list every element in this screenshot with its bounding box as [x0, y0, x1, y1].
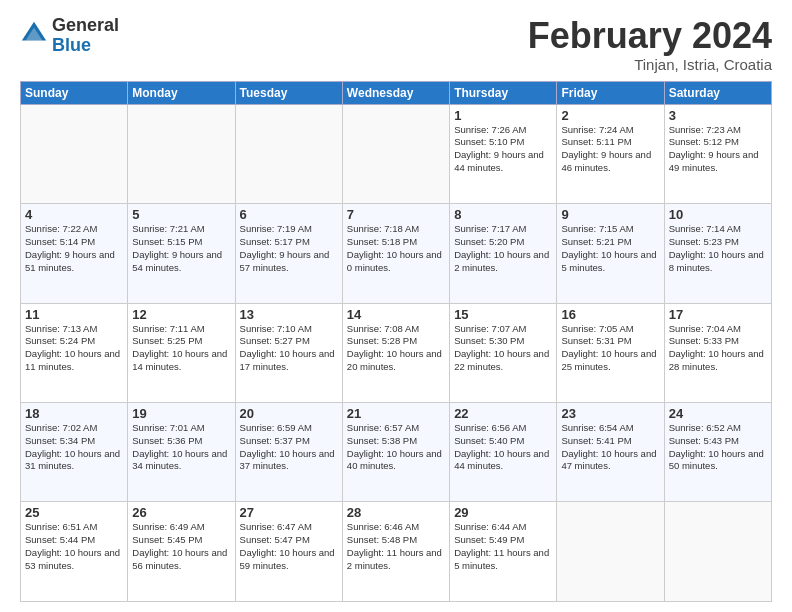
- calendar-cell: 21Sunrise: 6:57 AMSunset: 5:38 PMDayligh…: [342, 403, 449, 502]
- calendar: Sunday Monday Tuesday Wednesday Thursday…: [20, 81, 772, 602]
- calendar-cell: 2Sunrise: 7:24 AMSunset: 5:11 PMDaylight…: [557, 104, 664, 203]
- month-title: February 2024: [528, 16, 772, 56]
- calendar-week-1: 1Sunrise: 7:26 AMSunset: 5:10 PMDaylight…: [21, 104, 772, 203]
- day-info: Sunrise: 7:13 AMSunset: 5:24 PMDaylight:…: [25, 323, 123, 374]
- calendar-week-4: 18Sunrise: 7:02 AMSunset: 5:34 PMDayligh…: [21, 403, 772, 502]
- calendar-cell: 8Sunrise: 7:17 AMSunset: 5:20 PMDaylight…: [450, 204, 557, 303]
- calendar-cell: 12Sunrise: 7:11 AMSunset: 5:25 PMDayligh…: [128, 303, 235, 402]
- calendar-week-3: 11Sunrise: 7:13 AMSunset: 5:24 PMDayligh…: [21, 303, 772, 402]
- day-info: Sunrise: 7:19 AMSunset: 5:17 PMDaylight:…: [240, 223, 338, 274]
- day-info: Sunrise: 7:22 AMSunset: 5:14 PMDaylight:…: [25, 223, 123, 274]
- day-number: 3: [669, 108, 767, 123]
- header-saturday: Saturday: [664, 81, 771, 104]
- calendar-cell: 14Sunrise: 7:08 AMSunset: 5:28 PMDayligh…: [342, 303, 449, 402]
- calendar-cell: 24Sunrise: 6:52 AMSunset: 5:43 PMDayligh…: [664, 403, 771, 502]
- day-info: Sunrise: 6:47 AMSunset: 5:47 PMDaylight:…: [240, 521, 338, 572]
- calendar-cell: [342, 104, 449, 203]
- day-info: Sunrise: 7:23 AMSunset: 5:12 PMDaylight:…: [669, 124, 767, 175]
- day-number: 6: [240, 207, 338, 222]
- calendar-cell: 15Sunrise: 7:07 AMSunset: 5:30 PMDayligh…: [450, 303, 557, 402]
- day-info: Sunrise: 6:57 AMSunset: 5:38 PMDaylight:…: [347, 422, 445, 473]
- day-number: 23: [561, 406, 659, 421]
- calendar-cell: [128, 104, 235, 203]
- day-number: 17: [669, 307, 767, 322]
- header-tuesday: Tuesday: [235, 81, 342, 104]
- calendar-cell: 4Sunrise: 7:22 AMSunset: 5:14 PMDaylight…: [21, 204, 128, 303]
- day-info: Sunrise: 7:14 AMSunset: 5:23 PMDaylight:…: [669, 223, 767, 274]
- day-info: Sunrise: 6:56 AMSunset: 5:40 PMDaylight:…: [454, 422, 552, 473]
- calendar-cell: 10Sunrise: 7:14 AMSunset: 5:23 PMDayligh…: [664, 204, 771, 303]
- weekday-header-row: Sunday Monday Tuesday Wednesday Thursday…: [21, 81, 772, 104]
- header-friday: Friday: [557, 81, 664, 104]
- day-number: 25: [25, 505, 123, 520]
- header-wednesday: Wednesday: [342, 81, 449, 104]
- day-info: Sunrise: 7:26 AMSunset: 5:10 PMDaylight:…: [454, 124, 552, 175]
- day-number: 18: [25, 406, 123, 421]
- day-number: 26: [132, 505, 230, 520]
- logo-icon: [20, 20, 48, 48]
- day-number: 13: [240, 307, 338, 322]
- day-number: 5: [132, 207, 230, 222]
- calendar-cell: 6Sunrise: 7:19 AMSunset: 5:17 PMDaylight…: [235, 204, 342, 303]
- calendar-cell: 26Sunrise: 6:49 AMSunset: 5:45 PMDayligh…: [128, 502, 235, 602]
- day-info: Sunrise: 7:21 AMSunset: 5:15 PMDaylight:…: [132, 223, 230, 274]
- day-info: Sunrise: 6:54 AMSunset: 5:41 PMDaylight:…: [561, 422, 659, 473]
- title-block: February 2024 Tinjan, Istria, Croatia: [528, 16, 772, 73]
- day-number: 12: [132, 307, 230, 322]
- calendar-cell: 7Sunrise: 7:18 AMSunset: 5:18 PMDaylight…: [342, 204, 449, 303]
- day-info: Sunrise: 7:07 AMSunset: 5:30 PMDaylight:…: [454, 323, 552, 374]
- day-info: Sunrise: 7:01 AMSunset: 5:36 PMDaylight:…: [132, 422, 230, 473]
- day-info: Sunrise: 7:18 AMSunset: 5:18 PMDaylight:…: [347, 223, 445, 274]
- day-number: 20: [240, 406, 338, 421]
- day-number: 8: [454, 207, 552, 222]
- day-number: 24: [669, 406, 767, 421]
- calendar-cell: 27Sunrise: 6:47 AMSunset: 5:47 PMDayligh…: [235, 502, 342, 602]
- location: Tinjan, Istria, Croatia: [528, 56, 772, 73]
- calendar-cell: 5Sunrise: 7:21 AMSunset: 5:15 PMDaylight…: [128, 204, 235, 303]
- day-number: 27: [240, 505, 338, 520]
- day-number: 11: [25, 307, 123, 322]
- calendar-cell: 19Sunrise: 7:01 AMSunset: 5:36 PMDayligh…: [128, 403, 235, 502]
- calendar-week-2: 4Sunrise: 7:22 AMSunset: 5:14 PMDaylight…: [21, 204, 772, 303]
- day-info: Sunrise: 7:10 AMSunset: 5:27 PMDaylight:…: [240, 323, 338, 374]
- day-info: Sunrise: 7:02 AMSunset: 5:34 PMDaylight:…: [25, 422, 123, 473]
- calendar-cell: [557, 502, 664, 602]
- calendar-cell: 9Sunrise: 7:15 AMSunset: 5:21 PMDaylight…: [557, 204, 664, 303]
- day-info: Sunrise: 6:52 AMSunset: 5:43 PMDaylight:…: [669, 422, 767, 473]
- calendar-cell: [21, 104, 128, 203]
- header-monday: Monday: [128, 81, 235, 104]
- header-thursday: Thursday: [450, 81, 557, 104]
- logo: General Blue: [20, 16, 119, 56]
- day-number: 10: [669, 207, 767, 222]
- day-number: 4: [25, 207, 123, 222]
- day-info: Sunrise: 7:15 AMSunset: 5:21 PMDaylight:…: [561, 223, 659, 274]
- day-number: 14: [347, 307, 445, 322]
- calendar-cell: [664, 502, 771, 602]
- day-info: Sunrise: 6:59 AMSunset: 5:37 PMDaylight:…: [240, 422, 338, 473]
- calendar-cell: 16Sunrise: 7:05 AMSunset: 5:31 PMDayligh…: [557, 303, 664, 402]
- calendar-week-5: 25Sunrise: 6:51 AMSunset: 5:44 PMDayligh…: [21, 502, 772, 602]
- calendar-cell: 11Sunrise: 7:13 AMSunset: 5:24 PMDayligh…: [21, 303, 128, 402]
- calendar-cell: 20Sunrise: 6:59 AMSunset: 5:37 PMDayligh…: [235, 403, 342, 502]
- calendar-cell: 28Sunrise: 6:46 AMSunset: 5:48 PMDayligh…: [342, 502, 449, 602]
- day-info: Sunrise: 6:44 AMSunset: 5:49 PMDaylight:…: [454, 521, 552, 572]
- day-number: 7: [347, 207, 445, 222]
- day-number: 9: [561, 207, 659, 222]
- day-number: 19: [132, 406, 230, 421]
- day-number: 1: [454, 108, 552, 123]
- logo-blue-text: Blue: [52, 36, 119, 56]
- day-info: Sunrise: 7:11 AMSunset: 5:25 PMDaylight:…: [132, 323, 230, 374]
- day-number: 15: [454, 307, 552, 322]
- calendar-cell: 13Sunrise: 7:10 AMSunset: 5:27 PMDayligh…: [235, 303, 342, 402]
- day-number: 22: [454, 406, 552, 421]
- page-header: General Blue February 2024 Tinjan, Istri…: [20, 16, 772, 73]
- calendar-cell: 18Sunrise: 7:02 AMSunset: 5:34 PMDayligh…: [21, 403, 128, 502]
- day-info: Sunrise: 7:08 AMSunset: 5:28 PMDaylight:…: [347, 323, 445, 374]
- calendar-cell: 1Sunrise: 7:26 AMSunset: 5:10 PMDaylight…: [450, 104, 557, 203]
- day-info: Sunrise: 7:04 AMSunset: 5:33 PMDaylight:…: [669, 323, 767, 374]
- logo-general-text: General: [52, 16, 119, 36]
- day-info: Sunrise: 7:05 AMSunset: 5:31 PMDaylight:…: [561, 323, 659, 374]
- calendar-cell: 17Sunrise: 7:04 AMSunset: 5:33 PMDayligh…: [664, 303, 771, 402]
- day-number: 21: [347, 406, 445, 421]
- day-number: 2: [561, 108, 659, 123]
